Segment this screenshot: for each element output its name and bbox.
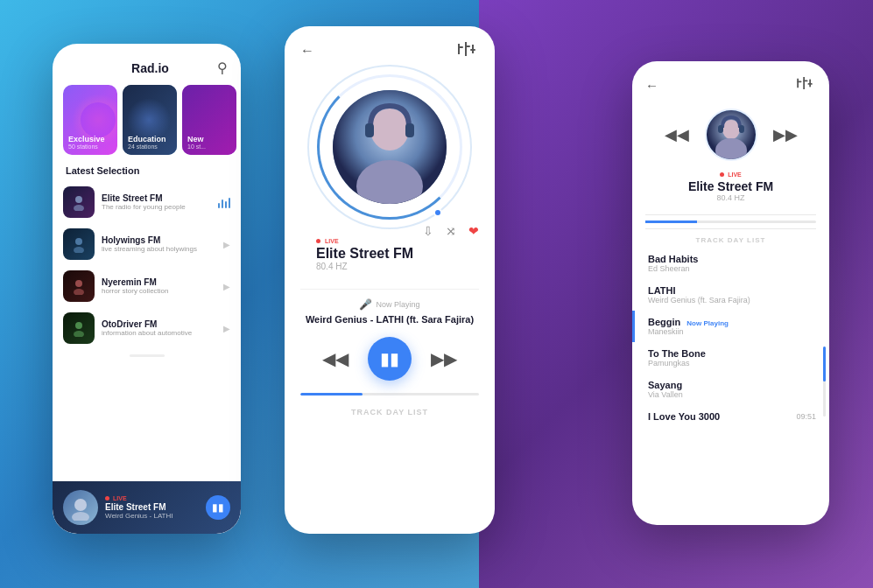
svg-rect-20: [405, 123, 414, 137]
progress-bar[interactable]: [645, 220, 816, 223]
list-item[interactable]: To The Bone Pamungkas: [632, 342, 829, 374]
category-exclusive-count: 50 stations: [68, 144, 112, 150]
now-playing-label: 🎤 Now Playing: [285, 298, 495, 311]
progress-bar[interactable]: [300, 393, 479, 396]
live-label: LIVE: [728, 172, 742, 178]
now-playing-bar[interactable]: LIVE Elite Street FM Weird Genius - LATH…: [53, 481, 241, 534]
svg-point-0: [75, 196, 82, 203]
share-icon[interactable]: ⤨: [446, 224, 456, 238]
list-item[interactable]: Beggin Now Playing Maneskiin: [632, 311, 829, 342]
favorite-icon[interactable]: ❤: [468, 224, 479, 238]
now-playing-tag: Now Playing: [686, 319, 729, 327]
category-education-count: 24 stations: [128, 144, 172, 150]
category-education[interactable]: Education 24 stations: [123, 85, 177, 155]
svg-rect-16: [333, 90, 447, 204]
list-item[interactable]: LATHI Weird Genius (ft. Sara Fajira): [632, 279, 829, 311]
station-info: Holywings FM live streaming about holywi…: [102, 235, 216, 253]
pause-button[interactable]: ▮▮: [206, 495, 230, 520]
eq-icon[interactable]: [458, 42, 479, 60]
svg-point-3: [74, 247, 84, 253]
station-name: Elite Street FM: [316, 246, 413, 262]
live-label: LIVE: [325, 238, 339, 244]
svg-point-2: [75, 238, 82, 245]
artwork-image: [333, 90, 447, 204]
station-info: LIVE Elite Street FM 80.4 HZ: [632, 168, 829, 209]
play-icon[interactable]: ▶: [223, 240, 230, 249]
svg-point-6: [75, 322, 82, 329]
live-row: LIVE: [645, 172, 816, 178]
station-desc: horror story collection: [102, 287, 216, 295]
phone-radio-list: Rad.io ⚲ Exclusive 50 stations Education…: [53, 44, 241, 534]
station-thumb: [63, 312, 95, 344]
svg-rect-11: [458, 46, 463, 48]
category-list: Exclusive 50 stations Education 24 stati…: [53, 85, 241, 155]
list-item[interactable]: Sayang Via Vallen: [632, 374, 829, 405]
live-row: LIVE: [316, 238, 413, 244]
back-button[interactable]: ←: [300, 43, 314, 59]
now-track-name: Weird Genius - LATHI: [105, 512, 199, 520]
divider: [645, 228, 816, 229]
track-title: LATHI: [648, 285, 816, 296]
list-item[interactable]: Elite Street FM The radio for young peop…: [53, 181, 241, 223]
station-thumb: [63, 186, 95, 218]
previous-button[interactable]: ◀◀: [665, 125, 689, 144]
phone1-header: Rad.io ⚲: [53, 44, 241, 85]
play-icon[interactable]: ▶: [223, 282, 230, 291]
eq-icon[interactable]: [797, 77, 816, 93]
svg-rect-22: [797, 80, 801, 82]
phone2-header: ←: [285, 26, 495, 68]
back-button[interactable]: ←: [645, 78, 658, 93]
scrollbar[interactable]: [823, 346, 826, 416]
list-item[interactable]: I Love You 3000 09:51: [632, 405, 829, 428]
play-icon[interactable]: ▶: [223, 324, 230, 333]
live-dot: [105, 496, 109, 500]
live-indicator: LIVE: [105, 495, 199, 501]
mini-player: ◀◀ ▶▶: [632, 102, 829, 168]
svg-rect-10: [458, 44, 460, 54]
station-info: Nyeremin FM horror story collection: [102, 277, 216, 295]
track-artist: Via Vallen: [648, 390, 816, 399]
svg-rect-19: [365, 123, 374, 137]
app-title: Rad.io: [83, 61, 217, 75]
station-info: Elite Street FM The radio for young peop…: [102, 193, 211, 211]
list-item[interactable]: OtoDriver FM information about automotiv…: [53, 307, 241, 349]
download-icon[interactable]: ⇩: [423, 224, 433, 238]
person-icon: [70, 319, 88, 337]
progress-fill: [300, 393, 363, 396]
svg-rect-24: [803, 80, 807, 82]
category-exclusive[interactable]: Exclusive 50 stations: [63, 85, 117, 155]
artwork-container: [285, 68, 495, 224]
next-button[interactable]: ▶▶: [773, 125, 798, 144]
artwork-svg: [333, 90, 447, 204]
now-playing-avatar: [67, 494, 94, 521]
list-item[interactable]: Holywings FM live streaming about holywi…: [53, 223, 241, 265]
svg-point-1: [74, 205, 84, 211]
track-list-label: TRACK DAY LIST: [632, 236, 829, 244]
station-desc: information about automotive: [102, 329, 216, 337]
svg-point-18: [356, 160, 423, 204]
station-name: Elite Street FM: [102, 193, 211, 203]
play-pause-button[interactable]: ▮▮: [368, 337, 412, 381]
svg-point-8: [74, 499, 87, 511]
list-item[interactable]: Nyeremin FM horror story collection ▶: [53, 265, 241, 307]
divider: [645, 214, 816, 215]
playback-controls: ◀◀ ▮▮ ▶▶: [285, 337, 495, 381]
list-item[interactable]: Bad Habits Ed Sheeran: [632, 248, 829, 279]
category-new-name: New: [187, 135, 231, 144]
svg-point-17: [370, 108, 409, 150]
station-name: Elite Street FM: [645, 179, 816, 193]
station-desc: The radio for young people: [102, 203, 211, 211]
progress-dot: [433, 208, 442, 217]
station-info: LIVE Elite Street FM 80.4 HZ: [300, 231, 429, 280]
previous-button[interactable]: ◀◀: [322, 348, 348, 369]
station-thumb: [63, 228, 95, 260]
next-button[interactable]: ▶▶: [431, 348, 457, 369]
svg-rect-13: [465, 46, 470, 47]
svg-rect-12: [465, 42, 467, 56]
category-new[interactable]: New 10 st...: [182, 85, 236, 155]
search-icon[interactable]: ⚲: [217, 60, 228, 76]
track-artist: Maneskiin: [648, 327, 816, 336]
station-name: Nyeremin FM: [102, 277, 216, 287]
phone-now-playing: ←: [285, 26, 495, 534]
svg-rect-26: [808, 83, 813, 85]
